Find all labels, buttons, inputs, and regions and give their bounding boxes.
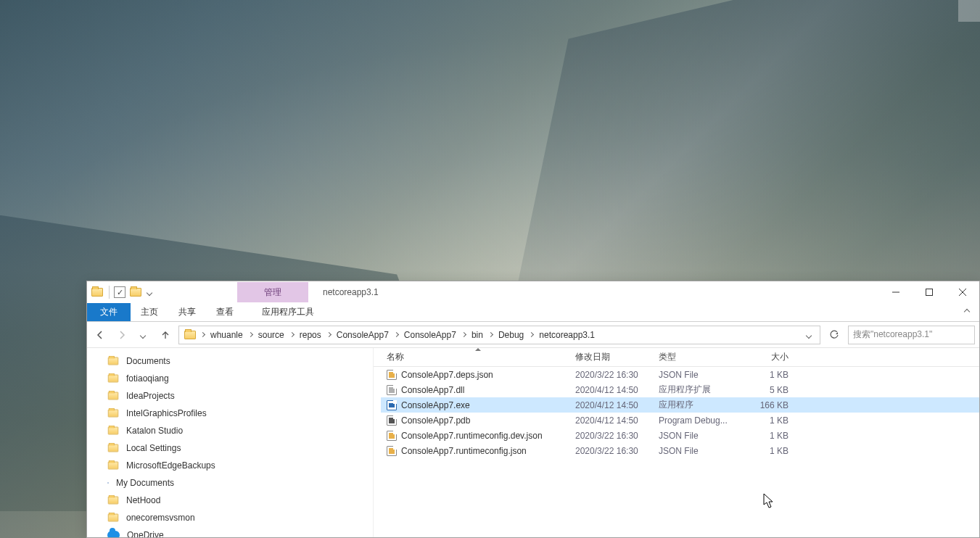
- file-size: 1 KB: [740, 443, 794, 458]
- qat-customize-dropdown[interactable]: [147, 290, 152, 296]
- file-name: ConsoleApp7.dll: [401, 385, 464, 395]
- nav-item-label: IdeaProjects: [126, 391, 175, 401]
- tab-share[interactable]: 共享: [168, 303, 206, 321]
- breadcrumb-segment[interactable]: source: [254, 326, 289, 344]
- column-header-type[interactable]: 类型: [653, 348, 740, 366]
- sort-ascending-icon: [475, 348, 481, 351]
- navigation-pane[interactable]: DocumentsfotiaoqiangIdeaProjectsIntelGra…: [87, 348, 374, 537]
- file-name: ConsoleApp7.runtimeconfig.json: [401, 446, 527, 456]
- search-placeholder: 搜索"netcoreapp3.1": [853, 328, 932, 341]
- column-headers: 名称 修改日期 类型 大小: [374, 348, 979, 367]
- chevron-right-icon: [394, 332, 399, 337]
- file-size: 5 KB: [740, 382, 794, 397]
- nav-item[interactable]: MicrosoftEdgeBackups: [87, 457, 373, 474]
- file-date: 2020/3/22 16:30: [569, 367, 653, 382]
- file-type: 应用程序: [653, 397, 740, 413]
- document-icon: [107, 482, 109, 484]
- recent-locations-button[interactable]: [135, 326, 152, 344]
- app-icon[interactable]: [90, 285, 104, 299]
- column-header-size[interactable]: 大小: [740, 348, 794, 366]
- taskbar-fragment: [958, 0, 980, 22]
- file-type: JSON File: [653, 367, 740, 382]
- qat-new-folder-button[interactable]: [128, 285, 143, 299]
- chevron-down-icon: [806, 332, 812, 338]
- file-type: 应用程序扩展: [653, 382, 740, 397]
- file-size: 1 KB: [740, 413, 794, 428]
- arrow-up-icon: [160, 330, 170, 340]
- refresh-icon: [829, 330, 839, 340]
- nav-item[interactable]: OneDrive: [87, 526, 373, 537]
- column-header-date[interactable]: 修改日期: [569, 348, 653, 366]
- breadcrumb-segment[interactable]: Debug: [494, 326, 528, 344]
- back-button[interactable]: [91, 326, 109, 344]
- window-controls: [879, 281, 979, 303]
- file-type: Program Debug...: [653, 413, 740, 428]
- file-icon: [387, 446, 397, 456]
- folder-icon: [108, 375, 118, 383]
- file-row[interactable]: ConsoleApp7.runtimeconfig.json2020/3/22 …: [381, 443, 979, 458]
- maximize-button[interactable]: [913, 281, 946, 303]
- nav-item-label: fotiaoqiang: [126, 373, 169, 384]
- tab-view[interactable]: 查看: [206, 303, 244, 321]
- arrow-left-icon: [95, 330, 105, 340]
- file-size: 166 KB: [740, 397, 794, 413]
- column-header-name[interactable]: 名称: [381, 348, 569, 366]
- chevron-right-icon: [488, 332, 493, 337]
- nav-item[interactable]: IdeaProjects: [87, 387, 373, 405]
- file-icon: [387, 431, 397, 441]
- refresh-button[interactable]: [825, 326, 844, 344]
- file-row[interactable]: ConsoleApp7.pdb2020/4/12 14:50Program De…: [381, 413, 979, 428]
- breadcrumb-segment[interactable]: netcoreapp3.1: [535, 326, 599, 344]
- svg-rect-1: [926, 289, 933, 296]
- breadcrumb-segment[interactable]: bin: [467, 326, 487, 344]
- nav-item[interactable]: IntelGraphicsProfiles: [87, 405, 373, 422]
- file-date: 2020/4/12 14:50: [569, 397, 653, 413]
- qat-properties-button[interactable]: ✓: [114, 286, 125, 298]
- file-icon: [387, 370, 397, 380]
- file-row[interactable]: ConsoleApp7.runtimeconfig.dev.json2020/3…: [381, 428, 979, 443]
- nav-item[interactable]: Katalon Studio: [87, 422, 373, 439]
- breadcrumb-segment[interactable]: repos: [295, 326, 326, 344]
- breadcrumb-segment[interactable]: whuanle: [206, 326, 247, 344]
- titlebar[interactable]: ✓ 管理 netcoreapp3.1: [87, 281, 979, 303]
- folder-icon: [108, 427, 118, 435]
- breadcrumb[interactable]: whuanlesourcereposConsoleApp7ConsoleApp7…: [178, 326, 820, 344]
- file-rows: ConsoleApp7.deps.json2020/3/22 16:30JSON…: [374, 367, 979, 537]
- folder-icon: [108, 357, 118, 365]
- nav-item[interactable]: onecoremsvsmon: [87, 509, 373, 526]
- contextual-tab-manage[interactable]: 管理: [237, 282, 308, 302]
- file-type: JSON File: [653, 443, 740, 458]
- explorer-window: ✓ 管理 netcoreapp3.1 文件 主页 共享 查看 应用程序工具: [86, 281, 980, 538]
- file-row[interactable]: ConsoleApp7.dll2020/4/12 14:50应用程序扩展5 KB: [381, 382, 979, 397]
- file-name: ConsoleApp7.exe: [401, 400, 470, 410]
- close-button[interactable]: [946, 281, 979, 303]
- quick-access-toolbar: ✓: [87, 285, 157, 299]
- ribbon-expand-button[interactable]: [956, 303, 979, 321]
- tab-home[interactable]: 主页: [131, 303, 168, 321]
- window-title: netcoreapp3.1: [317, 287, 379, 297]
- file-icon: [387, 400, 397, 410]
- tab-application-tools[interactable]: 应用程序工具: [252, 303, 324, 321]
- breadcrumb-segment[interactable]: ConsoleApp7: [332, 326, 393, 344]
- folder-icon: [184, 328, 197, 342]
- file-row[interactable]: ConsoleApp7.deps.json2020/3/22 16:30JSON…: [381, 367, 979, 382]
- minimize-button[interactable]: [879, 281, 913, 303]
- nav-item[interactable]: Documents: [87, 352, 373, 370]
- breadcrumb-segment[interactable]: ConsoleApp7: [400, 326, 461, 344]
- nav-item[interactable]: fotiaoqiang: [87, 370, 373, 387]
- nav-item[interactable]: My Documents: [87, 474, 373, 492]
- file-row[interactable]: ConsoleApp7.exe2020/4/12 14:50应用程序166 KB: [381, 397, 979, 413]
- forward-button[interactable]: [113, 326, 131, 344]
- chevron-right-icon: [529, 332, 534, 337]
- search-input[interactable]: 搜索"netcoreapp3.1": [848, 326, 975, 344]
- chevron-down-icon: [140, 332, 146, 338]
- file-icon: [387, 415, 397, 426]
- breadcrumb-dropdown[interactable]: [801, 332, 818, 338]
- nav-item[interactable]: Local Settings: [87, 439, 373, 457]
- chevron-right-icon: [248, 332, 253, 337]
- explorer-body: DocumentsfotiaoqiangIdeaProjectsIntelGra…: [87, 348, 979, 537]
- up-button[interactable]: [157, 326, 174, 344]
- tab-file[interactable]: 文件: [87, 303, 131, 321]
- nav-item-label: Local Settings: [126, 443, 181, 453]
- nav-item[interactable]: NetHood: [87, 492, 373, 509]
